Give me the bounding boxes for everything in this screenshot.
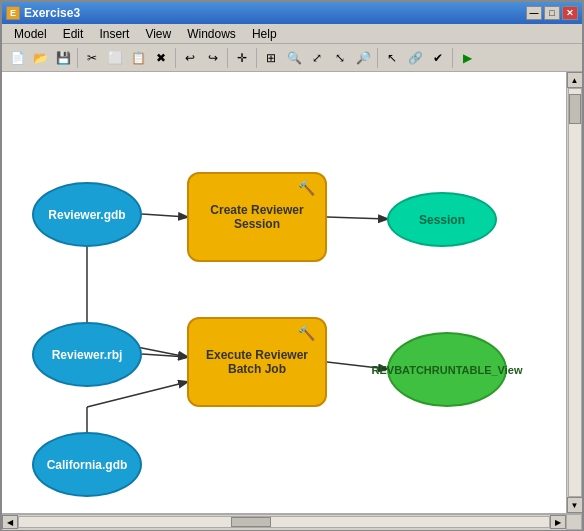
window-controls: — □ ✕: [526, 6, 578, 20]
toolbar-new[interactable]: 📄: [6, 47, 28, 69]
menu-model[interactable]: Model: [6, 25, 55, 43]
node-session[interactable]: Session: [387, 192, 497, 247]
toolbar-undo[interactable]: ↩: [179, 47, 201, 69]
toolbar-expand[interactable]: ⤢: [306, 47, 328, 69]
title-bar-text: E Exercise3: [6, 6, 80, 20]
menu-insert[interactable]: Insert: [91, 25, 137, 43]
node-create-session[interactable]: 🔨 Create Reviewer Session: [187, 172, 327, 262]
menu-help[interactable]: Help: [244, 25, 285, 43]
toolbar-select[interactable]: ↖: [381, 47, 403, 69]
toolbar-paste[interactable]: 📋: [127, 47, 149, 69]
toolbar-redo[interactable]: ↪: [202, 47, 224, 69]
toolbar-sep-1: [77, 48, 78, 68]
content-area: Reviewer.gdb 🔨 Create Reviewer Session S…: [2, 72, 582, 513]
scroll-v-track[interactable]: [568, 88, 582, 497]
close-button[interactable]: ✕: [562, 6, 578, 20]
toolbar-delete[interactable]: ✖: [150, 47, 172, 69]
scroll-down-button[interactable]: ▼: [567, 497, 583, 513]
toolbar-collapse[interactable]: ⤡: [329, 47, 351, 69]
window-title: Exercise3: [24, 6, 80, 20]
toolbar-zoom-in[interactable]: 🔍: [283, 47, 305, 69]
horizontal-scrollbar[interactable]: ◀ ▶: [2, 514, 566, 530]
toolbar-open[interactable]: 📂: [29, 47, 51, 69]
svg-line-4: [142, 354, 187, 357]
node-reviewer-gdb[interactable]: Reviewer.gdb: [32, 182, 142, 247]
app-icon: E: [6, 6, 20, 20]
menu-bar: Model Edit Insert View Windows Help: [2, 24, 582, 44]
toolbar-check[interactable]: ✔: [427, 47, 449, 69]
svg-line-0: [142, 214, 187, 217]
bottom-bar: ◀ ▶: [2, 513, 582, 529]
vertical-scrollbar[interactable]: ▲ ▼: [566, 72, 582, 513]
toolbar-grid[interactable]: ⊞: [260, 47, 282, 69]
scroll-v-thumb[interactable]: [569, 94, 581, 124]
scroll-h-track[interactable]: [18, 516, 550, 528]
hammer-icon-1: 🔨: [298, 180, 315, 196]
toolbar-sep-5: [377, 48, 378, 68]
scroll-left-button[interactable]: ◀: [2, 515, 18, 529]
toolbar-save[interactable]: 💾: [52, 47, 74, 69]
scroll-h-thumb[interactable]: [231, 517, 271, 527]
scroll-right-button[interactable]: ▶: [550, 515, 566, 529]
maximize-button[interactable]: □: [544, 6, 560, 20]
node-revbatch[interactable]: REVBATCHRUNTABLE_View: [387, 332, 507, 407]
toolbar-run[interactable]: ▶: [456, 47, 478, 69]
menu-view[interactable]: View: [137, 25, 179, 43]
svg-line-1: [327, 217, 387, 219]
hammer-icon-2: 🔨: [298, 325, 315, 341]
menu-windows[interactable]: Windows: [179, 25, 244, 43]
toolbar-add[interactable]: ✛: [231, 47, 253, 69]
minimize-button[interactable]: —: [526, 6, 542, 20]
toolbar-cut[interactable]: ✂: [81, 47, 103, 69]
node-execute-batch[interactable]: 🔨 Execute Reviewer Batch Job: [187, 317, 327, 407]
scroll-corner: [566, 514, 582, 530]
toolbar: 📄 📂 💾 ✂ ⬜ 📋 ✖ ↩ ↪ ✛ ⊞ 🔍 ⤢ ⤡ 🔎 ↖ 🔗 ✔ ▶: [2, 44, 582, 72]
toolbar-sep-6: [452, 48, 453, 68]
menu-edit[interactable]: Edit: [55, 25, 92, 43]
toolbar-copy[interactable]: ⬜: [104, 47, 126, 69]
node-california-gdb[interactable]: California.gdb: [32, 432, 142, 497]
toolbar-link[interactable]: 🔗: [404, 47, 426, 69]
toolbar-sep-4: [256, 48, 257, 68]
node-reviewer-rbj[interactable]: Reviewer.rbj: [32, 322, 142, 387]
toolbar-sep-2: [175, 48, 176, 68]
diagram-canvas[interactable]: Reviewer.gdb 🔨 Create Reviewer Session S…: [2, 72, 566, 513]
toolbar-sep-3: [227, 48, 228, 68]
title-bar: E Exercise3 — □ ✕: [2, 2, 582, 24]
scroll-up-button[interactable]: ▲: [567, 72, 583, 88]
toolbar-zoom-out[interactable]: 🔎: [352, 47, 374, 69]
main-window: E Exercise3 — □ ✕ Model Edit Insert View…: [0, 0, 584, 531]
